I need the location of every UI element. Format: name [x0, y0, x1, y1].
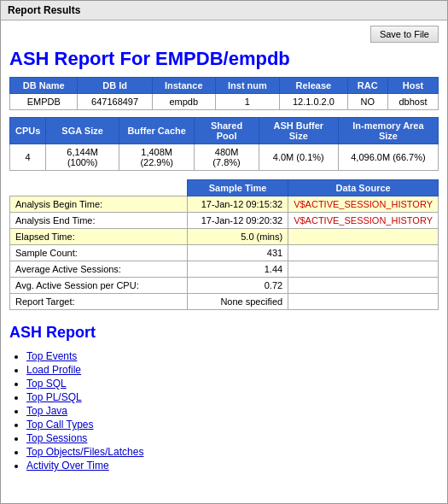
- analysis-value: 0.72: [188, 278, 288, 294]
- db-info-table: DB NameDB IdInstanceInst numReleaseRACHo…: [9, 77, 439, 110]
- mem-data-cell: 4,096.0M (66.7%): [338, 144, 438, 171]
- ash-report-title: ASH Report: [1, 319, 447, 345]
- db-data-cell: 1: [215, 94, 279, 110]
- ash-link[interactable]: Top PL/SQL: [26, 391, 82, 403]
- analysis-row: Elapsed Time:5.0 (mins): [10, 229, 439, 245]
- analysis-row: Report Target:None specified: [10, 294, 439, 310]
- mem-header-cell: Shared Pool: [195, 118, 259, 144]
- analysis-value: 5.0 (mins): [188, 229, 288, 245]
- analysis-label: Report Target:: [10, 294, 188, 310]
- analysis-source: [288, 229, 439, 245]
- list-item: Top Call Types: [26, 419, 439, 431]
- ash-links-list: Top EventsLoad ProfileTop SQLTop PL/SQLT…: [1, 345, 447, 477]
- analysis-source: V$ACTIVE_SESSION_HISTORY: [288, 213, 439, 229]
- ash-link[interactable]: Activity Over Time: [26, 460, 109, 472]
- analysis-label: Elapsed Time:: [10, 229, 188, 245]
- db-info-section: DB NameDB IdInstanceInst numReleaseRACHo…: [1, 77, 447, 310]
- analysis-source: [288, 261, 439, 278]
- ash-link[interactable]: Top Objects/Files/Latches: [26, 446, 143, 458]
- analysis-value: None specified: [188, 294, 288, 310]
- mem-data-cell: 6,144M (100%): [46, 144, 119, 171]
- ash-link[interactable]: Top Events: [26, 350, 77, 362]
- analysis-source: [288, 245, 439, 261]
- save-btn-area: Save to File: [1, 21, 447, 44]
- mem-data-cell: 1,408M (22.9%): [119, 144, 195, 171]
- list-item: Top Events: [26, 350, 439, 362]
- db-header-cell: RAC: [347, 78, 387, 94]
- db-header-cell: Release: [280, 78, 347, 94]
- db-data-cell: empdb: [152, 94, 215, 110]
- db-header-cell: DB Name: [10, 78, 78, 94]
- analysis-label: Average Active Sessions:: [10, 261, 188, 278]
- analysis-label: Sample Count:: [10, 245, 188, 261]
- list-item: Top Java: [26, 405, 439, 417]
- analysis-value: 17-Jan-12 09:15:32: [188, 196, 288, 213]
- list-item: Top Sessions: [26, 432, 439, 444]
- analysis-data-source-header: Data Source: [288, 180, 439, 196]
- list-item: Top PL/SQL: [26, 391, 439, 403]
- analysis-table: Sample Time Data Source Analysis Begin T…: [9, 179, 439, 310]
- analysis-source: [288, 278, 439, 294]
- memory-info-table: CPUsSGA SizeBuffer CacheShared PoolASH B…: [9, 117, 439, 171]
- list-item: Load Profile: [26, 364, 439, 376]
- mem-header-cell: ASH Buffer Size: [259, 118, 338, 144]
- report-title: ASH Report For EMPDB/empdb: [1, 44, 447, 77]
- ash-link[interactable]: Top Java: [26, 405, 67, 417]
- analysis-empty-header: [10, 180, 188, 196]
- db-data-cell: NO: [347, 94, 387, 110]
- ash-link[interactable]: Load Profile: [26, 364, 81, 376]
- db-data-cell: 647168497: [78, 94, 152, 110]
- analysis-label: Avg. Active Session per CPU:: [10, 278, 188, 294]
- analysis-row: Sample Count:431: [10, 245, 439, 261]
- db-header-cell: Inst num: [215, 78, 279, 94]
- analysis-label: Analysis Begin Time:: [10, 196, 188, 213]
- list-item: Top Objects/Files/Latches: [26, 446, 439, 458]
- mem-header-cell: Buffer Cache: [119, 118, 195, 144]
- analysis-source: [288, 294, 439, 310]
- save-to-file-button[interactable]: Save to File: [370, 26, 439, 43]
- analysis-sample-time-header: Sample Time: [188, 180, 288, 196]
- analysis-value: 1.44: [188, 261, 288, 278]
- db-header-cell: Instance: [152, 78, 215, 94]
- mem-header-cell: SGA Size: [46, 118, 119, 144]
- db-header-cell: DB Id: [78, 78, 152, 94]
- analysis-row: Average Active Sessions:1.44: [10, 261, 439, 278]
- ash-link[interactable]: Top Sessions: [26, 432, 87, 444]
- analysis-row: Analysis Begin Time:17-Jan-12 09:15:32V$…: [10, 196, 439, 213]
- analysis-value: 17-Jan-12 09:20:32: [188, 213, 288, 229]
- mem-header-cell: CPUs: [10, 118, 46, 144]
- db-data-cell: EMPDB: [10, 94, 78, 110]
- analysis-source: V$ACTIVE_SESSION_HISTORY: [288, 196, 439, 213]
- db-header-cell: Host: [387, 78, 438, 94]
- analysis-row: Avg. Active Session per CPU:0.72: [10, 278, 439, 294]
- list-item: Top SQL: [26, 378, 439, 390]
- analysis-label: Analysis End Time:: [10, 213, 188, 229]
- mem-data-cell: 4.0M (0.1%): [259, 144, 338, 171]
- mem-header-cell: In-memory Area Size: [338, 118, 438, 144]
- ash-link[interactable]: Top SQL: [26, 378, 67, 390]
- db-data-cell: 12.1.0.2.0: [280, 94, 347, 110]
- ash-link[interactable]: Top Call Types: [26, 419, 94, 431]
- list-item: Activity Over Time: [26, 460, 439, 472]
- analysis-value: 431: [188, 245, 288, 261]
- report-header: Report Results: [1, 1, 447, 21]
- db-data-cell: dbhost: [387, 94, 438, 110]
- mem-data-cell: 4: [10, 144, 46, 171]
- analysis-row: Analysis End Time:17-Jan-12 09:20:32V$AC…: [10, 213, 439, 229]
- mem-data-cell: 480M (7.8%): [195, 144, 259, 171]
- report-header-label: Report Results: [8, 4, 80, 16]
